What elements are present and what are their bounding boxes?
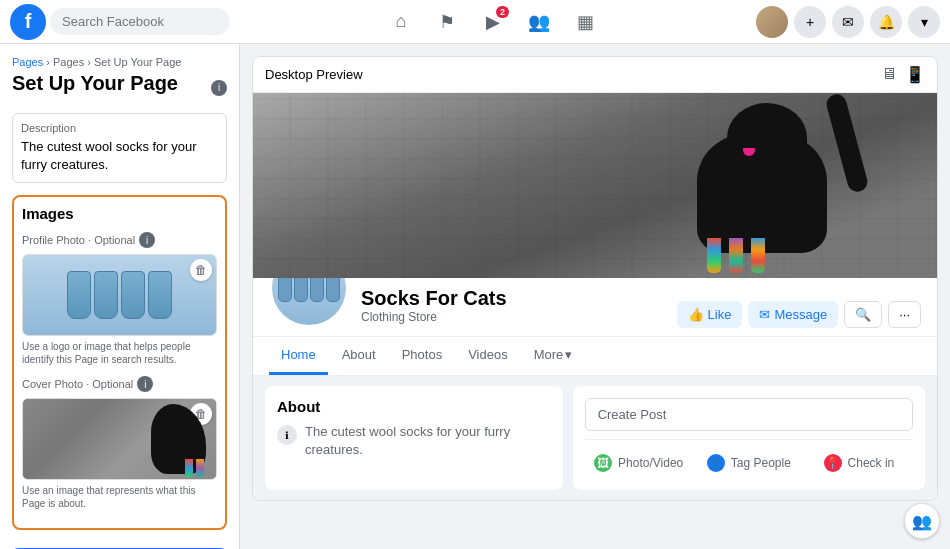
profile-photo-hint: Use a logo or image that helps people id… (22, 340, 217, 366)
profile-photo-info-icon[interactable]: i (139, 232, 155, 248)
tab-photos[interactable]: Photos (390, 337, 454, 375)
tab-home[interactable]: Home (269, 337, 328, 375)
tag-people-action[interactable]: 👤 Tag People (695, 448, 803, 478)
page-name: Socks For Cats (361, 287, 507, 310)
cover-photo-label: Cover Photo · Optional i (22, 376, 217, 392)
tab-videos[interactable]: Videos (456, 337, 520, 375)
info-circle-icon: ℹ (277, 425, 297, 445)
profile-photo-label: Profile Photo · Optional i (22, 232, 217, 248)
mobile-icon[interactable]: 📱 (905, 65, 925, 84)
nav-center-icons: ⌂ ⚑ ▶ 2 👥 ▦ (234, 4, 752, 40)
create-post-box: Create Post 🖼 Photo/Video 👤 Tag People 📍 (573, 386, 925, 490)
flag-nav-button[interactable]: ⚑ (425, 4, 469, 40)
page-tabs: Home About Photos Videos More ▾ (253, 336, 937, 376)
post-actions-row: 🖼 Photo/Video 👤 Tag People 📍 Check in (585, 439, 913, 478)
people-icon-button[interactable]: 👥 (904, 503, 940, 539)
breadcrumb-pages-link[interactable]: Pages (12, 56, 43, 68)
cover-photo-display (253, 93, 937, 278)
cover-photo-section: Cover Photo · Optional i (22, 376, 217, 510)
photo-video-icon: 🖼 (594, 454, 612, 472)
store-nav-button[interactable]: ▦ (563, 4, 607, 40)
profile-photo-preview: 🗑 (22, 254, 217, 336)
about-description: The cutest wool socks for your furry cre… (305, 423, 551, 459)
message-label: Message (774, 307, 827, 322)
profile-photo-section: Profile Photo · Optional i 🗑 Use a logo … (22, 232, 217, 366)
tab-more[interactable]: More ▾ (522, 337, 585, 375)
people-nav-button[interactable]: 👥 (517, 4, 561, 40)
like-button[interactable]: 👍 Like (677, 301, 743, 328)
left-panel: Pages › Pages › Set Up Your Page Set Up … (0, 44, 240, 549)
about-title: About (277, 398, 551, 415)
photo-video-action[interactable]: 🖼 Photo/Video (585, 448, 693, 478)
check-in-label: Check in (848, 456, 895, 470)
page-info-row: Socks For Cats Clothing Store 👍 Like ✉ M… (253, 278, 937, 336)
notifications-button[interactable]: 🔔 (870, 6, 902, 38)
chevron-down-icon: ▾ (565, 347, 572, 362)
facebook-logo[interactable]: f (10, 4, 46, 40)
add-button[interactable]: + (794, 6, 826, 38)
like-label: Like (708, 307, 732, 322)
more-label: More (534, 347, 564, 362)
video-nav-button[interactable]: ▶ 2 (471, 4, 515, 40)
page-title: Set Up Your Page (12, 72, 178, 95)
cover-photo-hint: Use an image that represents what this P… (22, 484, 217, 510)
title-info-icon[interactable]: i (211, 80, 227, 96)
home-nav-button[interactable]: ⌂ (379, 4, 423, 40)
preview-container: Desktop Preview 🖥 📱 (252, 56, 938, 501)
create-post-button[interactable]: Create Post (585, 398, 913, 431)
page-name-section: Socks For Cats Clothing Store (361, 287, 507, 328)
message-icon: ✉ (759, 307, 770, 322)
about-box: About ℹ The cutest wool socks for your f… (265, 386, 563, 490)
search-input[interactable] (50, 8, 230, 35)
top-navigation: f ⌂ ⚑ ▶ 2 👥 ▦ + ✉ 🔔 ▾ (0, 0, 950, 44)
search-button[interactable]: 🔍 (844, 301, 882, 328)
menu-button[interactable]: ▾ (908, 6, 940, 38)
thumbs-up-icon: 👍 (688, 307, 704, 322)
breadcrumb: Pages › Pages › Set Up Your Page (12, 56, 227, 68)
messenger-button[interactable]: ✉ (832, 6, 864, 38)
description-box: Description The cutest wool socks for yo… (12, 113, 227, 183)
description-label: Description (21, 122, 218, 134)
nav-right-section: + ✉ 🔔 ▾ (756, 6, 940, 38)
more-actions-button[interactable]: ··· (888, 301, 921, 328)
user-avatar[interactable] (756, 6, 788, 38)
video-badge: 2 (496, 6, 509, 18)
page-category: Clothing Store (361, 310, 507, 324)
tag-people-icon: 👤 (707, 454, 725, 472)
description-text: The cutest wool socks for your furry cre… (21, 138, 218, 174)
main-layout: Pages › Pages › Set Up Your Page Set Up … (0, 44, 950, 549)
photo-video-label: Photo/Video (618, 456, 683, 470)
tab-about[interactable]: About (330, 337, 388, 375)
page-content: About ℹ The cutest wool socks for your f… (253, 376, 937, 500)
about-info-row: ℹ The cutest wool socks for your furry c… (277, 423, 551, 459)
cover-photo-info-icon[interactable]: i (137, 376, 153, 392)
tag-people-label: Tag People (731, 456, 791, 470)
preview-title: Desktop Preview (265, 67, 363, 82)
breadcrumb-current: Pages › Set Up Your Page (53, 56, 181, 68)
preview-device-icons: 🖥 📱 (881, 65, 925, 84)
page-action-buttons: 👍 Like ✉ Message 🔍 ··· (677, 301, 921, 328)
images-section: Images Profile Photo · Optional i 🗑 (12, 195, 227, 530)
images-title: Images (22, 205, 217, 222)
message-button[interactable]: ✉ Message (748, 301, 838, 328)
check-in-action[interactable]: 📍 Check in (805, 448, 913, 478)
desktop-icon[interactable]: 🖥 (881, 65, 897, 84)
preview-header: Desktop Preview 🖥 📱 (253, 57, 937, 93)
right-panel: Desktop Preview 🖥 📱 (240, 44, 950, 549)
cover-photo-preview: 🗑 (22, 398, 217, 480)
check-in-icon: 📍 (824, 454, 842, 472)
